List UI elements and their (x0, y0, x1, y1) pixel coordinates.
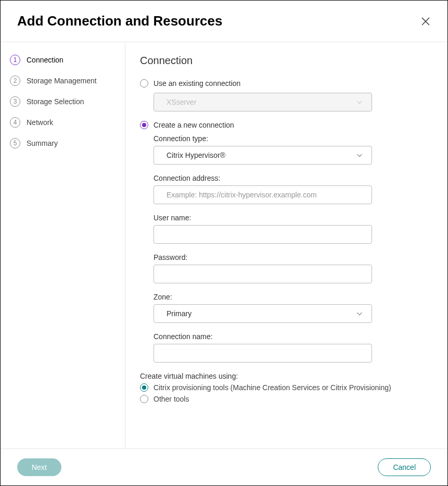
password-label: Password: (153, 253, 429, 261)
connection-name-input-wrap (153, 344, 372, 363)
cancel-button[interactable]: Cancel (378, 458, 431, 476)
radio-label: Use an existing connection (153, 79, 240, 88)
step-network[interactable]: 4 Network (10, 117, 117, 128)
radio-icon (140, 395, 148, 403)
create-vm-label: Create virtual machines using: (140, 372, 429, 380)
existing-connection-select: XSserver (153, 93, 372, 111)
modal-footer: Next Cancel (1, 448, 447, 485)
radio-icon (140, 383, 148, 392)
radio-label: Other tools (153, 395, 189, 403)
chevron-down-icon (356, 98, 363, 106)
step-summary[interactable]: 5 Summary (10, 138, 117, 148)
zone-label: Zone: (153, 293, 429, 301)
connection-name-input[interactable] (167, 349, 365, 357)
close-icon[interactable] (420, 16, 431, 27)
password-group: Password: (153, 253, 429, 283)
panel-title: Connection (140, 55, 429, 67)
connection-address-input-wrap (153, 185, 372, 204)
step-label: Storage Selection (27, 97, 84, 106)
password-input-wrap (153, 265, 372, 283)
button-label: Next (32, 463, 47, 471)
step-label: Summary (27, 139, 58, 147)
connection-address-label: Connection address: (153, 174, 429, 182)
step-number-icon: 1 (10, 55, 20, 65)
username-group: User name: (153, 214, 429, 244)
radio-citrix-provisioning[interactable]: Citrix provisioning tools (Machine Creat… (140, 383, 429, 392)
add-connection-modal: Add Connection and Resources 1 Connectio… (0, 0, 448, 486)
new-connection-block: Connection type: Citrix Hypervisor® Conn… (153, 134, 429, 403)
existing-connection-block: XSserver (153, 93, 429, 111)
radio-icon (140, 121, 148, 129)
button-label: Cancel (393, 463, 416, 471)
step-number-icon: 3 (10, 96, 20, 107)
step-number-icon: 4 (10, 117, 20, 128)
select-value: Citrix Hypervisor® (167, 151, 225, 159)
step-storage-selection[interactable]: 3 Storage Selection (10, 96, 117, 107)
zone-group: Zone: Primary (153, 293, 429, 323)
radio-icon (140, 79, 148, 88)
username-input[interactable] (167, 230, 365, 239)
username-input-wrap (153, 225, 372, 244)
modal-header: Add Connection and Resources (1, 1, 447, 42)
step-connection[interactable]: 1 Connection (10, 55, 117, 65)
wizard-sidebar: 1 Connection 2 Storage Management 3 Stor… (1, 42, 125, 448)
main-panel: Connection Use an existing connection XS… (125, 42, 447, 448)
connection-name-label: Connection name: (153, 332, 429, 341)
radio-use-existing[interactable]: Use an existing connection (140, 79, 429, 88)
connection-address-input[interactable] (167, 191, 365, 199)
connection-type-select[interactable]: Citrix Hypervisor® (153, 146, 372, 165)
connection-type-group: Connection type: Citrix Hypervisor® (153, 134, 429, 165)
modal-body: 1 Connection 2 Storage Management 3 Stor… (1, 42, 447, 448)
vm-tool-options: Citrix provisioning tools (Machine Creat… (140, 383, 429, 403)
zone-select[interactable]: Primary (153, 304, 372, 323)
select-value: Primary (167, 309, 191, 318)
connection-name-group: Connection name: (153, 332, 429, 363)
step-label: Connection (27, 56, 63, 64)
username-label: User name: (153, 214, 429, 222)
radio-label: Citrix provisioning tools (Machine Creat… (153, 383, 391, 392)
modal-title: Add Connection and Resources (17, 13, 222, 29)
select-value: XSserver (167, 98, 197, 106)
step-label: Network (27, 118, 53, 127)
next-button[interactable]: Next (17, 458, 61, 476)
radio-label: Create a new connection (153, 121, 234, 129)
password-input[interactable] (167, 270, 365, 278)
radio-create-new[interactable]: Create a new connection (140, 121, 429, 129)
connection-type-label: Connection type: (153, 134, 429, 143)
radio-other-tools[interactable]: Other tools (140, 395, 429, 403)
chevron-down-icon (356, 152, 363, 159)
create-vm-group: Create virtual machines using: Citrix pr… (140, 372, 429, 403)
step-number-icon: 2 (10, 76, 20, 86)
connection-address-group: Connection address: (153, 174, 429, 204)
step-label: Storage Management (27, 77, 97, 85)
step-storage-management[interactable]: 2 Storage Management (10, 76, 117, 86)
step-number-icon: 5 (10, 138, 20, 148)
chevron-down-icon (356, 310, 363, 317)
